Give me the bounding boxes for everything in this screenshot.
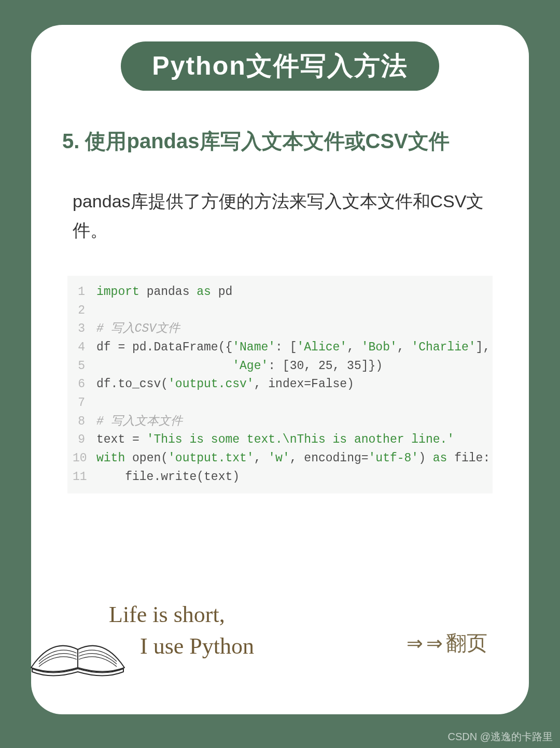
code-content: with open('output.txt', 'w', encoding='u… — [96, 449, 490, 468]
arrow-right-icon: ⇒ — [426, 632, 441, 655]
code-line: 10with open('output.txt', 'w', encoding=… — [73, 449, 487, 468]
code-line: 2 — [73, 302, 487, 320]
code-content: # 写入CSV文件 — [96, 320, 487, 338]
line-number: 3 — [73, 320, 96, 338]
code-content: df.to_csv('output.csv', index=False) — [96, 375, 487, 394]
line-number: 7 — [73, 394, 96, 413]
line-number: 8 — [73, 413, 96, 431]
line-number: 5 — [73, 357, 96, 376]
open-book-icon — [21, 600, 135, 688]
code-content: import pandas as pd — [96, 283, 487, 302]
code-line: 1import pandas as pd — [73, 283, 487, 302]
quote-line-2: I use Python — [140, 630, 254, 662]
code-content — [96, 302, 487, 320]
code-content: 'Age': [30, 25, 35]}) — [96, 357, 487, 376]
code-line: 4df = pd.DataFrame({'Name': ['Alice', 'B… — [73, 338, 487, 357]
code-line: 6df.to_csv('output.csv', index=False) — [73, 375, 487, 394]
code-line: 3# 写入CSV文件 — [73, 320, 487, 338]
code-line: 9text = 'This is some text.\nThis is ano… — [73, 431, 487, 449]
section-body: pandas库提供了方便的方法来写入文本文件和CSV文件。 — [73, 187, 487, 245]
line-number: 6 — [73, 375, 96, 394]
code-content: # 写入文本文件 — [96, 413, 487, 431]
line-number: 10 — [73, 449, 96, 468]
line-number: 2 — [73, 302, 96, 320]
line-number: 4 — [73, 338, 96, 357]
code-content: text = 'This is some text.\nThis is anot… — [96, 431, 487, 449]
code-line: 11 file.write(text) — [73, 468, 487, 487]
page-turn-label: 翻页 — [446, 629, 487, 657]
line-number: 9 — [73, 431, 96, 449]
page-title-pill: Python文件写入方法 — [121, 41, 439, 91]
code-block: 1import pandas as pd23# 写入CSV文件4df = pd.… — [67, 276, 493, 493]
code-line: 5 'Age': [30, 25, 35]}) — [73, 357, 487, 376]
content-card: Python文件写入方法 5. 使用pandas库写入文本文件或CSV文件 pa… — [31, 25, 529, 714]
code-content — [96, 394, 487, 413]
section-heading: 5. 使用pandas库写入文本文件或CSV文件 — [62, 127, 529, 156]
watermark: CSDN @逃逸的卡路里 — [447, 730, 553, 744]
code-content: file.write(text) — [96, 468, 487, 487]
code-line: 8# 写入文本文件 — [73, 413, 487, 431]
line-number: 1 — [73, 283, 96, 302]
page-title: Python文件写入方法 — [152, 51, 408, 80]
arrow-right-icon: ⇒ — [407, 632, 421, 655]
page-turn[interactable]: ⇒ ⇒ 翻页 — [407, 629, 487, 657]
code-line: 7 — [73, 394, 487, 413]
line-number: 11 — [73, 468, 96, 487]
code-content: df = pd.DataFrame({'Name': ['Alice', 'Bo… — [96, 338, 490, 357]
